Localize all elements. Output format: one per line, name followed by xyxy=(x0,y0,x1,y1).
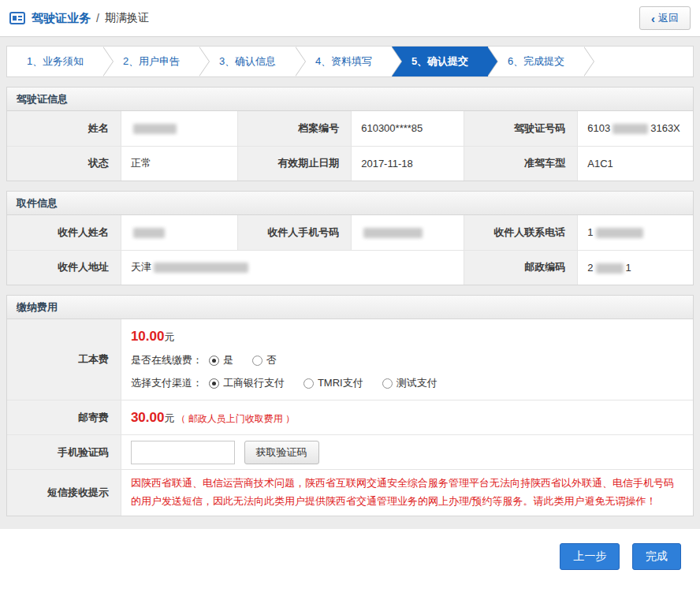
address-prefix: 天津 xyxy=(131,261,151,273)
step-label: 6、完成提交 xyxy=(508,54,564,69)
radio-label: 是 xyxy=(223,353,233,367)
table-row: 姓名 档案编号 610300****85 驾驶证号码 61033163X xyxy=(7,111,693,146)
wizard-step-5: 5、确认提交 xyxy=(392,47,488,76)
license-section-title: 驾驶证信息 xyxy=(7,88,693,111)
vehicle-class-label: 准驾车型 xyxy=(464,146,577,181)
channel-tmri-radio[interactable]: TMRI支付 xyxy=(303,376,363,390)
postage-cell: 30.00元（ 邮政人员上门收取费用 ） xyxy=(121,400,693,435)
table-row: 邮寄费 30.00元（ 邮政人员上门收取费用 ） xyxy=(7,400,693,435)
zip-code-label: 邮政编码 xyxy=(464,250,577,285)
file-number-label: 档案编号 xyxy=(237,111,351,146)
step-label: 1、业务须知 xyxy=(27,54,84,69)
step-label: 4、资料填写 xyxy=(315,54,372,69)
payment-section: 缴纳费用 工本费 10.00元 是否在线缴费： 是 否 xyxy=(6,295,694,516)
recipient-address-label: 收件人地址 xyxy=(7,250,121,285)
fee-unit: 元 xyxy=(164,331,174,343)
payment-section-title: 缴纳费用 xyxy=(7,296,693,319)
redacted-value xyxy=(154,263,248,273)
fee-amount-line: 10.00元 xyxy=(131,329,683,345)
footer-actions: 上一步 完成 xyxy=(0,529,700,596)
postage-note: （ 邮政人员上门收取费用 ） xyxy=(176,413,295,424)
license-info-table: 姓名 档案编号 610300****85 驾驶证号码 61033163X 状态 … xyxy=(7,111,693,181)
page-title: 驾驶证业务 xyxy=(32,11,91,26)
back-arrow-icon: ‹ xyxy=(651,13,655,24)
pay-channel-row: 选择支付渠道： 工商银行支付 TMRI支付 测试支付 xyxy=(131,376,683,390)
sms-code-cell: 获取验证码 xyxy=(121,435,693,470)
table-row: 短信接收提示 因陕西省联通、电信运营商技术问题，陕西省互联网交通安全综合服务管理… xyxy=(7,470,693,516)
table-row: 手机验证码 获取验证码 xyxy=(7,435,693,470)
redacted-value xyxy=(596,228,643,238)
wizard-step-2: 2、用户申告 xyxy=(103,47,199,76)
sms-notice-label: 短信接收提示 xyxy=(7,470,121,516)
recipient-name-label: 收件人姓名 xyxy=(7,215,121,250)
recipient-tel-label: 收件人联系电话 xyxy=(464,215,577,250)
redacted-value xyxy=(363,228,423,238)
radio-icon[interactable] xyxy=(303,378,314,389)
status-label: 状态 xyxy=(7,146,121,181)
redacted-value xyxy=(612,124,648,134)
radio-icon[interactable] xyxy=(209,378,219,389)
zip-code-value: 21 xyxy=(578,250,693,285)
sms-notice-text: 因陕西省联通、电信运营商技术问题，陕西省互联网交通安全综合服务管理平台无法向持陕… xyxy=(131,475,683,511)
page-subtitle: 期满换证 xyxy=(105,11,149,25)
license-info-section: 驾驶证信息 姓名 档案编号 610300****85 驾驶证号码 6103316… xyxy=(6,87,694,181)
radio-label: 测试支付 xyxy=(397,376,438,390)
pickup-section-title: 取件信息 xyxy=(7,192,693,215)
recipient-mobile-label: 收件人手机号码 xyxy=(237,215,351,250)
online-pay-no-radio[interactable]: 否 xyxy=(252,353,277,367)
postage-unit: 元 xyxy=(164,412,174,424)
payment-table: 工本费 10.00元 是否在线缴费： 是 否 选 xyxy=(7,319,693,516)
redacted-value xyxy=(133,228,165,238)
name-value xyxy=(121,111,237,146)
radio-label: 工商银行支付 xyxy=(223,376,285,390)
title-separator: / xyxy=(96,12,99,24)
sms-code-input[interactable] xyxy=(131,441,235,464)
file-number-value: 610300****85 xyxy=(352,111,464,146)
fee-cell: 10.00元 是否在线缴费： 是 否 选择支付渠道： xyxy=(121,319,693,400)
steps-filler xyxy=(584,47,693,76)
table-row: 状态 正常 有效期止日期 2017-11-18 准驾车型 A1C1 xyxy=(7,146,693,181)
wizard-steps: 1、业务须知 2、用户申告 3、确认信息 4、资料填写 5、确认提交 6、完成提… xyxy=(6,46,694,77)
recipient-address-value: 天津 xyxy=(121,250,464,285)
online-pay-yes-radio[interactable]: 是 xyxy=(209,353,233,367)
fee-amount: 10.00 xyxy=(131,329,165,344)
recipient-tel-value: 1 xyxy=(578,215,693,250)
sms-notice-cell: 因陕西省联通、电信运营商技术问题，陕西省互联网交通安全综合服务管理平台无法向持陕… xyxy=(121,470,693,516)
channel-test-radio[interactable]: 测试支付 xyxy=(382,376,438,390)
sms-code-label: 手机验证码 xyxy=(7,435,121,470)
radio-icon[interactable] xyxy=(209,356,219,366)
channel-icbc-radio[interactable]: 工商银行支付 xyxy=(209,376,285,390)
table-row: 收件人姓名 收件人手机号码 收件人联系电话 1 xyxy=(7,215,693,250)
prev-step-button[interactable]: 上一步 xyxy=(560,543,620,570)
step-label: 5、确认提交 xyxy=(411,54,468,69)
radio-icon[interactable] xyxy=(382,378,393,389)
table-row: 工本费 10.00元 是否在线缴费： 是 否 选 xyxy=(7,319,693,400)
finish-button[interactable]: 完成 xyxy=(632,543,681,570)
online-pay-row: 是否在线缴费： 是 否 xyxy=(131,353,683,367)
radio-label: TMRI支付 xyxy=(318,376,363,390)
redacted-value xyxy=(596,263,624,274)
recipient-name-value xyxy=(121,215,237,250)
zip-prefix: 2 xyxy=(587,262,593,274)
status-value: 正常 xyxy=(121,146,237,181)
wizard-step-3: 3、确认信息 xyxy=(199,47,296,76)
recipient-mobile-value xyxy=(352,215,464,250)
step-label: 2、用户申告 xyxy=(123,54,180,69)
zip-suffix: 1 xyxy=(626,262,631,274)
license-number-suffix: 3163X xyxy=(650,122,680,134)
back-button[interactable]: ‹ 返回 xyxy=(639,6,691,30)
table-row: 收件人地址 天津 邮政编码 21 xyxy=(7,250,693,285)
license-card-icon xyxy=(9,12,25,24)
get-code-button[interactable]: 获取验证码 xyxy=(244,441,319,464)
pickup-info-table: 收件人姓名 收件人手机号码 收件人联系电话 1 收件人地址 天津 邮政编码 21 xyxy=(7,215,693,285)
back-button-label: 返回 xyxy=(658,11,679,25)
online-pay-label: 是否在线缴费： xyxy=(131,353,203,367)
fee-label: 工本费 xyxy=(7,319,121,400)
expiry-label: 有效期止日期 xyxy=(237,146,351,181)
radio-icon[interactable] xyxy=(252,356,262,366)
license-number-value: 61033163X xyxy=(578,111,693,146)
name-label: 姓名 xyxy=(7,111,121,146)
postage-label: 邮寄费 xyxy=(7,400,121,435)
postage-amount: 30.00 xyxy=(131,410,165,425)
top-header: 驾驶证业务 / 期满换证 ‹ 返回 xyxy=(0,0,700,37)
